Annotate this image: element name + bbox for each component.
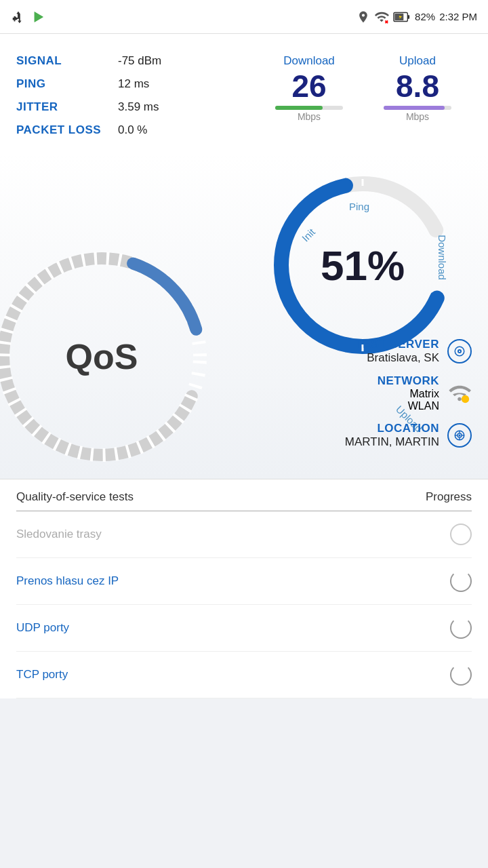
- qos-row-label-1: Prenos hlasu cez IP: [16, 574, 119, 588]
- label-download: Download: [436, 235, 448, 280]
- qos-table-header: Quality-of-service tests Progress: [16, 479, 472, 511]
- packet-loss-label: PACKET LOSS: [16, 123, 118, 137]
- download-label: Download: [275, 54, 343, 68]
- qos-text: QoS: [66, 336, 138, 377]
- table-row: Sledovanie trasy: [16, 511, 472, 558]
- label-ping: Ping: [349, 201, 369, 212]
- signal-value: -75 dBm: [118, 54, 161, 68]
- location-row: LOCATION MARTIN, MARTIN: [345, 422, 472, 449]
- ping-value: 12 ms: [118, 77, 149, 91]
- svg-point-16: [462, 395, 469, 403]
- qos-table-section: Quality-of-service tests Progress Sledov…: [0, 479, 488, 698]
- network-value: Matrix WLAN: [378, 388, 439, 412]
- time-display: 2:32 PM: [439, 11, 477, 22]
- target-icon: [453, 345, 466, 357]
- ping-row: PING 12 ms: [16, 77, 206, 91]
- upload-block: Upload 8.8 Mbps: [384, 54, 451, 122]
- stats-speed-section: SIGNAL -75 dBm PING 12 ms JITTER 3.59 ms…: [16, 54, 472, 146]
- signal-row: SIGNAL -75 dBm: [16, 54, 206, 68]
- qos-row-label-0: Sledovanie trasy: [16, 528, 102, 541]
- download-value: 26: [275, 71, 343, 102]
- table-row: Prenos hlasu cez IP: [16, 558, 472, 605]
- battery-percent: 82%: [415, 11, 435, 22]
- network-info: NETWORK Matrix WLAN: [378, 374, 439, 412]
- network-label: NETWORK: [378, 374, 439, 388]
- svg-point-15: [459, 351, 460, 352]
- packet-loss-row: PACKET LOSS 0.0 %: [16, 123, 206, 137]
- test-server-location: Bratislava, SK: [356, 351, 439, 365]
- status-right-icons: 82% 2:32 PM: [357, 9, 477, 24]
- download-bar-wrap: [275, 106, 343, 110]
- qos-progress-icon-3: [450, 664, 472, 686]
- usb-icon: [11, 9, 26, 24]
- jitter-row: JITTER 3.59 ms: [16, 100, 206, 114]
- qos-col-test: Quality-of-service tests: [16, 490, 134, 504]
- upload-unit: Mbps: [384, 111, 451, 122]
- ping-label: PING: [16, 77, 118, 91]
- network-row: NETWORK Matrix WLAN: [345, 374, 472, 412]
- qos-progress-icon-1: [450, 570, 472, 592]
- status-bar: 82% 2:32 PM: [0, 0, 488, 34]
- gauge-percent-text: 51%: [321, 241, 405, 290]
- wifi-icon-wrap: [447, 381, 472, 406]
- speed-section: Download 26 Mbps Upload 8.8 Mbps: [255, 54, 472, 122]
- info-section: TEST SERVER Bratislava, SK NETWORK Matri…: [345, 338, 472, 458]
- table-row: UDP porty: [16, 605, 472, 652]
- test-server-row: TEST SERVER Bratislava, SK: [345, 338, 472, 365]
- upload-value: 8.8: [384, 71, 451, 102]
- wifi-x-icon: [374, 9, 389, 24]
- stats-left: SIGNAL -75 dBm PING 12 ms JITTER 3.59 ms…: [16, 54, 206, 146]
- jitter-value: 3.59 ms: [118, 100, 159, 114]
- test-server-info: TEST SERVER Bratislava, SK: [356, 338, 439, 365]
- download-bar: [275, 106, 323, 110]
- playstore-icon: [33, 9, 47, 24]
- table-row: TCP porty: [16, 652, 472, 698]
- location-select-icon[interactable]: [447, 423, 472, 448]
- network-name: Matrix: [378, 388, 439, 400]
- download-block: Download 26 Mbps: [275, 54, 343, 122]
- svg-point-19: [459, 435, 461, 437]
- test-server-label: TEST SERVER: [356, 338, 439, 351]
- location-label: LOCATION: [345, 422, 439, 435]
- status-left-icons: [11, 9, 47, 24]
- location-value: MARTIN, MARTIN: [345, 435, 439, 449]
- qos-row-label-3: TCP porty: [16, 668, 68, 682]
- upload-bar-wrap: [384, 106, 451, 110]
- upload-label: Upload: [384, 54, 451, 68]
- qos-label-display: QoS: [0, 241, 217, 472]
- qos-col-progress: Progress: [426, 490, 472, 504]
- location-icon: [357, 10, 370, 24]
- svg-rect-5: [407, 15, 409, 19]
- jitter-label: JITTER: [16, 100, 118, 114]
- qos-progress-icon-0: [450, 524, 472, 545]
- wifi-icon: [448, 382, 471, 405]
- qos-row-label-2: UDP porty: [16, 621, 69, 635]
- download-unit: Mbps: [275, 111, 343, 122]
- qos-progress-icon-2: [450, 617, 472, 639]
- upload-bar: [384, 106, 445, 110]
- packet-loss-value: 0.0 %: [118, 123, 147, 137]
- main-content: SIGNAL -75 dBm PING 12 ms JITTER 3.59 ms…: [0, 34, 488, 479]
- battery-icon: [393, 9, 411, 24]
- location-dot-icon: [453, 429, 466, 441]
- signal-label: SIGNAL: [16, 54, 118, 68]
- server-select-icon[interactable]: [447, 339, 472, 363]
- svg-marker-0: [35, 12, 43, 22]
- gauge-section: 51% Init Ping Download Upload QoS T: [0, 153, 488, 479]
- location-info: LOCATION MARTIN, MARTIN: [345, 422, 439, 449]
- network-type: WLAN: [378, 400, 439, 412]
